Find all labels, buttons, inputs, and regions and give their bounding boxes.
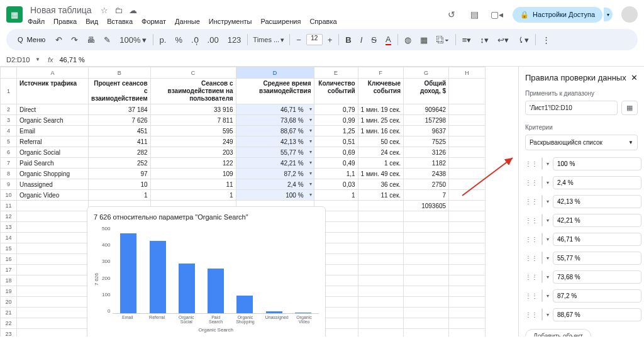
percent-button[interactable]: %: [171, 33, 186, 47]
cell[interactable]: [358, 222, 404, 233]
cell[interactable]: [358, 318, 404, 329]
cell[interactable]: 1 мин. 25 сек.: [358, 115, 404, 126]
dropdown-cell[interactable]: 100 %: [236, 190, 314, 201]
add-item-button[interactable]: Добавить объект: [525, 329, 591, 336]
cell[interactable]: [404, 233, 449, 243]
color-chip[interactable]: [541, 233, 543, 245]
cell[interactable]: 203: [150, 147, 236, 158]
inc-size-button[interactable]: +: [324, 33, 336, 47]
chip-dropdown[interactable]: ▾: [547, 293, 549, 299]
cell[interactable]: Paid Search: [17, 158, 89, 169]
star-icon[interactable]: ☆: [101, 6, 108, 15]
cell[interactable]: Organic Video: [17, 190, 89, 201]
row-header[interactable]: 1: [1, 79, 17, 104]
dropdown-cell[interactable]: 55,77 %: [236, 147, 314, 158]
cell[interactable]: 1 мин. 19 сек.: [358, 104, 404, 115]
search-menu-button[interactable]: Q Меню: [13, 33, 50, 46]
cell[interactable]: [449, 329, 486, 337]
cell[interactable]: 2438: [404, 169, 449, 179]
cell[interactable]: [404, 308, 449, 318]
history-icon[interactable]: ↺: [445, 8, 458, 21]
color-chip[interactable]: [541, 157, 543, 170]
print-icon[interactable]: 🖶: [83, 33, 99, 47]
color-chip[interactable]: [541, 270, 543, 283]
cell[interactable]: [449, 179, 486, 190]
cell[interactable]: [17, 308, 89, 318]
cell[interactable]: 909642: [404, 104, 449, 115]
zoom-select[interactable]: 100% ▾: [116, 33, 150, 47]
text-color-button[interactable]: A: [382, 32, 395, 48]
name-box[interactable]: D2:D10: [6, 56, 35, 64]
toolbar-more-icon[interactable]: ⋮: [538, 33, 554, 47]
cell[interactable]: 0,49: [314, 158, 358, 169]
paint-format-icon[interactable]: ✎: [100, 33, 114, 47]
cell[interactable]: 1: [89, 190, 151, 201]
criteria-value-input[interactable]: [553, 270, 641, 284]
criteria-value-input[interactable]: [553, 214, 641, 227]
dec-size-button[interactable]: −: [292, 33, 305, 47]
dropdown-cell[interactable]: 42,21 %: [236, 158, 314, 169]
drag-handle-icon[interactable]: ⋮⋮: [525, 160, 538, 167]
cell[interactable]: 7: [404, 190, 449, 201]
cell[interactable]: [358, 286, 404, 297]
cell[interactable]: [404, 329, 449, 337]
select-range-icon[interactable]: ▦: [621, 101, 638, 115]
cell[interactable]: [449, 222, 486, 233]
row-header[interactable]: 4: [1, 126, 17, 136]
cell[interactable]: [449, 104, 486, 115]
cell[interactable]: [17, 243, 89, 254]
criteria-value-input[interactable]: [553, 252, 641, 265]
cell[interactable]: 1,25: [314, 126, 358, 136]
cell[interactable]: [358, 308, 404, 318]
criteria-value-input[interactable]: [553, 289, 641, 303]
cell[interactable]: 1093605: [404, 201, 449, 211]
drag-handle-icon[interactable]: ⋮⋮: [525, 179, 538, 186]
cell[interactable]: 0,79: [314, 104, 358, 115]
cell[interactable]: 0,51: [314, 136, 358, 147]
row-header[interactable]: 6: [1, 147, 17, 158]
drag-handle-icon[interactable]: ⋮⋮: [525, 292, 538, 299]
cell[interactable]: 1 мин. 16 сек.: [358, 126, 404, 136]
rotate-button[interactable]: ⤹▾: [514, 33, 533, 47]
criteria-value-input[interactable]: [553, 308, 641, 321]
header-cell[interactable]: Процент сеансов с взаимодействием: [89, 79, 151, 104]
cell[interactable]: [17, 222, 89, 233]
menu-справка[interactable]: Справка: [309, 18, 336, 25]
cell[interactable]: [358, 329, 404, 337]
col-header[interactable]: C: [150, 67, 236, 79]
halign-button[interactable]: ≡▾: [458, 33, 475, 47]
cell[interactable]: [17, 254, 89, 265]
row-header[interactable]: 5: [1, 136, 17, 147]
cell[interactable]: 249: [150, 136, 236, 147]
header-cell[interactable]: Общий доход, $: [404, 79, 449, 104]
wrap-button[interactable]: ↩▾: [494, 33, 513, 47]
cell[interactable]: [449, 115, 486, 126]
cell[interactable]: [358, 275, 404, 286]
cell[interactable]: 9637: [404, 126, 449, 136]
cell[interactable]: [449, 190, 486, 201]
row-header[interactable]: 14: [1, 233, 17, 243]
cell[interactable]: [404, 265, 449, 275]
comment-icon[interactable]: ▤: [467, 8, 481, 21]
cell[interactable]: [404, 318, 449, 329]
cell[interactable]: 7 626: [89, 115, 151, 126]
cell[interactable]: [17, 297, 89, 308]
cell[interactable]: 11: [150, 179, 236, 190]
cell[interactable]: [17, 329, 89, 337]
cell[interactable]: [358, 243, 404, 254]
cell[interactable]: 2750: [404, 179, 449, 190]
move-icon[interactable]: 🗀: [114, 6, 123, 15]
cell[interactable]: 1,1: [314, 169, 358, 179]
cell[interactable]: 1 сек.: [358, 158, 404, 169]
col-header[interactable]: D: [236, 67, 314, 79]
cell[interactable]: [449, 265, 486, 275]
cell[interactable]: Direct: [17, 104, 89, 115]
cell[interactable]: 50 сек.: [358, 136, 404, 147]
cell[interactable]: 1182: [404, 158, 449, 169]
dropdown-cell[interactable]: 87,2 %: [236, 169, 314, 179]
chip-dropdown[interactable]: ▾: [547, 255, 549, 261]
row-header[interactable]: 9: [1, 179, 17, 190]
menu-правка[interactable]: Правка: [53, 18, 77, 25]
cell[interactable]: 24 сек.: [358, 147, 404, 158]
chip-dropdown[interactable]: ▾: [547, 218, 549, 223]
